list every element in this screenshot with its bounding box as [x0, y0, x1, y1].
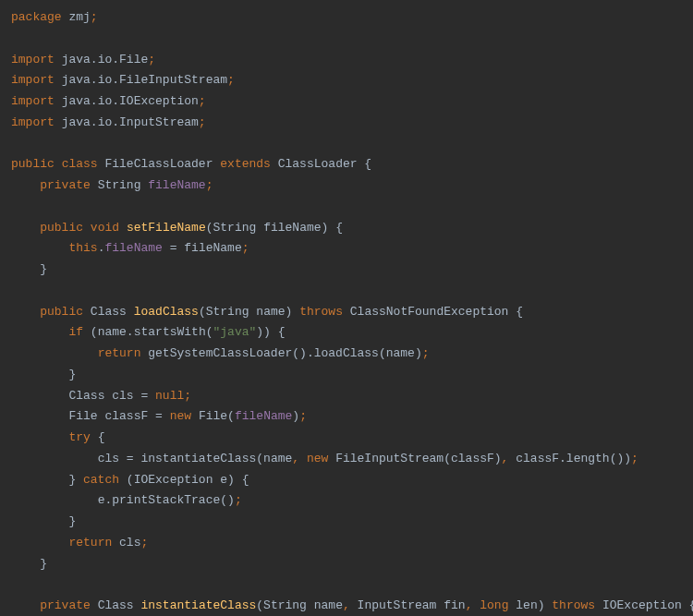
- param-type: String: [206, 305, 249, 319]
- var-ref: cls: [98, 452, 119, 465]
- method-call: startsWith: [134, 325, 206, 339]
- field-ref: fileName: [104, 241, 162, 255]
- keyword-throws: throws: [299, 305, 343, 319]
- semicolon: ;: [91, 10, 98, 24]
- exception-type: IOException: [134, 473, 213, 487]
- param-ref: fileName: [184, 241, 241, 255]
- semicolon: ;: [184, 389, 191, 403]
- import-path: java.io.FileInputStream: [62, 73, 227, 87]
- exception-type: IOException: [602, 598, 682, 612]
- constructor: File: [199, 409, 227, 423]
- comma: ,: [343, 598, 350, 612]
- keyword-import: import: [11, 73, 55, 87]
- param-name: fin: [444, 598, 465, 612]
- semicolon: ;: [148, 53, 155, 66]
- package-name: zmj: [68, 10, 90, 24]
- keyword-return: return: [68, 536, 112, 550]
- arg: name: [386, 346, 415, 360]
- semicolon: ;: [199, 94, 206, 108]
- semicolon: ;: [631, 452, 638, 465]
- return-type: Class: [91, 305, 127, 319]
- param-type: String: [263, 598, 307, 612]
- comma: ,: [466, 598, 473, 612]
- keyword-this: this: [68, 241, 97, 255]
- var-name: classF: [104, 409, 148, 423]
- keyword-private: private: [40, 598, 91, 612]
- method-call: printStackTrace: [112, 493, 220, 507]
- obj-ref: classF: [516, 452, 559, 465]
- keyword-null: null: [155, 389, 184, 403]
- var-ref: name: [98, 325, 127, 339]
- var-name: cls: [112, 389, 133, 403]
- field-name: fileName: [148, 178, 205, 192]
- type: Class: [68, 389, 104, 403]
- keyword-throws: throws: [552, 598, 595, 612]
- keyword-public: public: [11, 157, 55, 171]
- keyword-import: import: [11, 115, 55, 129]
- class-name: FileClassLoader: [104, 157, 213, 171]
- semicolon: ;: [199, 115, 206, 129]
- keyword-class: class: [62, 157, 98, 171]
- param-name: fileName: [263, 221, 321, 235]
- method-call: length: [566, 452, 610, 465]
- import-path: java.io.InputStream: [62, 115, 199, 129]
- semicolon: ;: [227, 73, 235, 87]
- param-name: name: [256, 305, 285, 319]
- keyword-void: void: [91, 221, 119, 235]
- import-path: java.io.File: [62, 53, 149, 66]
- exception-type: ClassNotFoundException: [350, 305, 509, 319]
- param-type: String: [213, 221, 257, 235]
- type: File: [68, 409, 97, 423]
- semicolon: ;: [140, 536, 148, 550]
- comma: ,: [502, 452, 509, 465]
- var-name: e: [220, 473, 227, 487]
- keyword-return: return: [98, 346, 141, 360]
- param-name: name: [314, 598, 343, 612]
- field-ref: fileName: [235, 409, 292, 423]
- arg: classF: [451, 452, 494, 465]
- keyword-catch: catch: [83, 473, 119, 487]
- var-ref: e: [98, 493, 105, 507]
- method-call: instantiateClass: [140, 452, 256, 465]
- keyword-import: import: [11, 94, 55, 108]
- code-editor[interactable]: package zmj; import java.io.File; import…: [11, 7, 682, 616]
- keyword-public: public: [40, 221, 83, 235]
- param-type: long: [480, 598, 508, 612]
- semicolon: ;: [422, 346, 430, 360]
- method-name: setFileName: [127, 221, 206, 235]
- keyword-private: private: [40, 178, 91, 192]
- arg: name: [263, 452, 292, 465]
- keyword-new: new: [307, 452, 328, 465]
- semicolon: ;: [235, 493, 242, 507]
- method-call: loadClass: [314, 346, 379, 360]
- keyword-if: if: [68, 325, 83, 339]
- keyword-new: new: [170, 409, 191, 423]
- string-literal: "java": [213, 325, 257, 339]
- method-name: instantiateClass: [140, 598, 256, 612]
- import-path: java.io.IOException: [62, 94, 199, 108]
- keyword-import: import: [11, 53, 55, 66]
- return-type: Class: [98, 598, 134, 612]
- keyword-extends: extends: [220, 157, 271, 171]
- semicolon: ;: [206, 178, 213, 192]
- keyword-public: public: [40, 305, 83, 319]
- keyword-try: try: [68, 430, 90, 444]
- comma: ,: [292, 452, 299, 465]
- param-name: len: [516, 598, 537, 612]
- type: String: [98, 178, 141, 192]
- keyword-package: package: [11, 10, 62, 24]
- constructor: FileInputStream: [335, 452, 444, 465]
- method-name: loadClass: [134, 305, 199, 319]
- parent-class: ClassLoader: [278, 157, 358, 171]
- semicolon: ;: [242, 241, 249, 255]
- param-type: InputStream: [358, 598, 437, 612]
- var-ref: cls: [119, 536, 140, 550]
- semicolon: ;: [299, 409, 307, 423]
- method-call: getSystemClassLoader: [148, 346, 292, 360]
